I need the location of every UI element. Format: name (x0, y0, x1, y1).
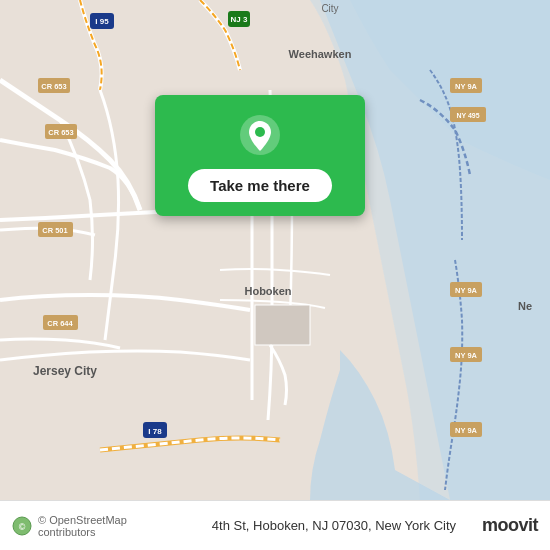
svg-text:Jersey City: Jersey City (33, 364, 97, 378)
osm-credit-text: © OpenStreetMap contributors (38, 514, 186, 538)
svg-text:NY 495: NY 495 (456, 112, 479, 119)
svg-text:CR 501: CR 501 (42, 226, 67, 235)
location-card: Take me there (155, 95, 365, 216)
map-container: I 95 NJ 3 CR 653 CR 653 CR 501 CR 644 I … (0, 0, 550, 500)
svg-rect-1 (255, 305, 310, 345)
map-pin-icon (238, 113, 282, 157)
svg-text:NY 9A: NY 9A (455, 286, 478, 295)
map-background: I 95 NJ 3 CR 653 CR 653 CR 501 CR 644 I … (0, 0, 550, 500)
svg-text:Weehawken: Weehawken (289, 48, 352, 60)
svg-text:NY 9A: NY 9A (455, 426, 478, 435)
svg-text:I 95: I 95 (95, 17, 109, 26)
svg-text:NY 9A: NY 9A (455, 351, 478, 360)
moovit-logo: moovit (482, 515, 538, 536)
bottom-bar: © © OpenStreetMap contributors 4th St, H… (0, 500, 550, 550)
svg-text:NJ 3: NJ 3 (231, 15, 248, 24)
address-text: 4th St, Hoboken, NJ 07030, New York City (186, 518, 482, 533)
svg-text:CR 653: CR 653 (48, 128, 73, 137)
svg-text:Ne: Ne (518, 300, 532, 312)
svg-text:©: © (19, 522, 26, 532)
svg-text:NY 9A: NY 9A (455, 82, 478, 91)
svg-text:City: City (321, 3, 338, 14)
take-me-there-button[interactable]: Take me there (188, 169, 332, 202)
osm-logo: © (12, 516, 32, 536)
svg-text:CR 653: CR 653 (41, 82, 66, 91)
svg-text:I 78: I 78 (148, 427, 162, 436)
svg-text:CR 644: CR 644 (47, 319, 73, 328)
svg-text:Hoboken: Hoboken (244, 285, 291, 297)
svg-point-32 (255, 127, 265, 137)
